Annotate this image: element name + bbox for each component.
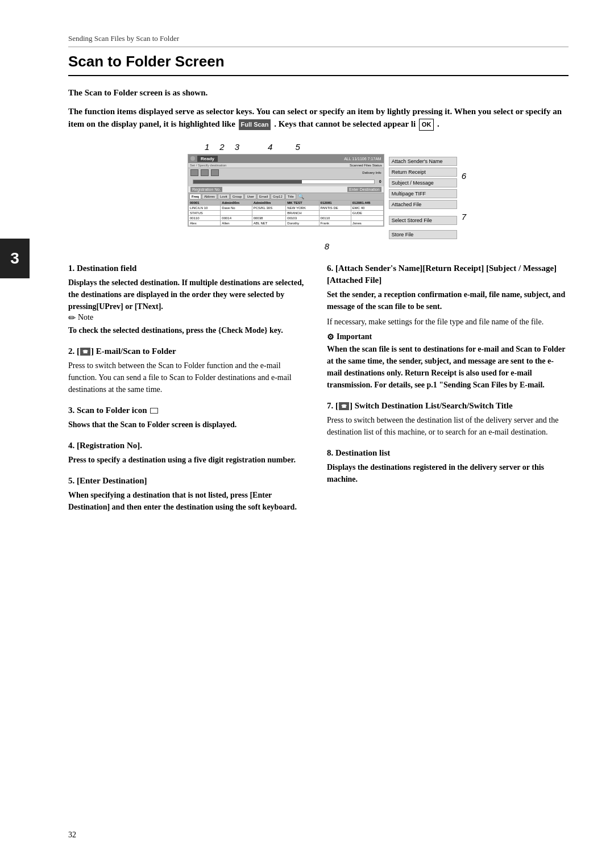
- item-5-title-text: [Enter Destination]: [77, 476, 147, 485]
- item-3-body: Shows that the Scan to Folder screen is …: [68, 419, 310, 431]
- item-2-title-text: E-mail/Scan to Folder: [96, 347, 176, 356]
- screen-time: ALL 11/1106 7:17AM: [344, 157, 381, 161]
- item-2-section: 2. [☎] E-mail/Scan to Folder Press to sw…: [68, 345, 310, 395]
- important-label-text: Important: [337, 332, 372, 341]
- tab-grp12[interactable]: Grp12: [271, 194, 285, 199]
- item-1-num: 1: [68, 264, 73, 273]
- tab-abbrev[interactable]: Abbrev: [202, 194, 217, 199]
- intro-line3-text: . Keys that cannot be selected appear li: [274, 119, 416, 128]
- item-4-title: 4. [Registration No].: [68, 440, 310, 452]
- dest-table-row-3: STATUS BRANCH GUDE: [189, 210, 384, 215]
- item-7-title: 7. [☎] Switch Destination List/Search/Sw…: [327, 400, 569, 412]
- chapter-tab: 3: [0, 239, 30, 278]
- screen-dest-hint: Set / Specify destination: [190, 164, 226, 167]
- section-title: Scan to Folder Screen: [68, 53, 569, 76]
- num-label-3: 3: [235, 142, 239, 152]
- panel-multipage-tiff: Multipage TIFF: [389, 189, 457, 198]
- intro-line1: The Scan to Folder screen is as shown.: [68, 86, 569, 99]
- highlight-fullscan: Full Scan: [239, 119, 271, 130]
- screen-icon-3: [211, 169, 219, 176]
- item-2-title: 2. [☎] E-mail/Scan to Folder: [68, 345, 310, 357]
- tab-email[interactable]: Email: [257, 194, 270, 199]
- breadcrumb: Sending Scan Files by Scan to Folder: [68, 34, 569, 47]
- item-8-section: 8. Destination list Displays the destina…: [327, 447, 569, 485]
- item-4-section: 4. [Registration No]. Press to specify a…: [68, 440, 310, 466]
- item-3-section: 3. Scan to Folder icon Shows that the Sc…: [68, 404, 310, 431]
- item-8-num: 8: [327, 448, 331, 457]
- item-6-important-label: ⚙ Important: [327, 332, 569, 342]
- dest-table-header: 00001 Admin00m Admin00m MK TEST 012081 0…: [189, 200, 384, 205]
- item-1-note-body: To check the selected destinations, pres…: [68, 324, 310, 336]
- item-2-icon: ☎: [80, 348, 90, 356]
- screen-mockup: Ready ALL 11/1106 7:17AM Set / Specify d…: [188, 154, 384, 227]
- screen-delivery-info: Delivery Info: [362, 171, 381, 174]
- content-columns: 1. Destination field Displays the select…: [68, 262, 569, 522]
- panel-store-file: Store File: [389, 230, 457, 239]
- screen-diagram: 1 2 3 4 5 Ready ALL 11/1106 7:17AM: [171, 142, 466, 251]
- item-3-title: 3. Scan to Folder icon: [68, 404, 310, 416]
- screen-status-label: Scanned Files Status: [350, 164, 382, 167]
- item-1-title-text: Destination field: [77, 264, 136, 273]
- panel-return-receipt: Return Receipt: [389, 168, 457, 177]
- item-7-body: Press to switch between the destination …: [327, 414, 569, 438]
- screen-progress-row: 0: [188, 177, 384, 186]
- tab-title[interactable]: Title: [285, 194, 296, 199]
- num-label-7: 7: [462, 212, 466, 222]
- dest-table-row-2: LINC/LN 10 Dave No PCS/KL 30S NEW YORK P…: [189, 205, 384, 210]
- item-6-num: 6: [327, 264, 331, 273]
- item-1-note-label: ✏ Note: [68, 312, 310, 323]
- page-container: 3 Sending Scan Files by Scan to Folder S…: [0, 0, 614, 868]
- screen-enter-btn: Enter Destination: [347, 187, 381, 192]
- col-left: 1. Destination field Displays the select…: [68, 262, 310, 522]
- screen-icon-1: [190, 169, 198, 176]
- intro-line2: The function items displayed serve as se…: [68, 105, 569, 131]
- panel-attached-file: Attached File: [389, 200, 457, 209]
- tab-lovit[interactable]: Lovit: [218, 194, 230, 199]
- item-1-section: 1. Destination field Displays the select…: [68, 262, 310, 336]
- screen-top-bar: Ready ALL 11/1106 7:17AM: [188, 155, 384, 163]
- folder-icon-small: [150, 408, 158, 414]
- screen-search-icon: 🔍: [298, 194, 304, 199]
- item-4-num: 4: [68, 441, 73, 450]
- tab-freq[interactable]: Freq: [189, 194, 201, 199]
- item-5-title: 5. [Enter Destination]: [68, 475, 310, 487]
- item-6-title: 6. [Attach Sender's Name][Return Receipt…: [327, 262, 569, 286]
- screen-zero: 0: [379, 180, 381, 183]
- screen-reg-btn: Registration No.: [190, 187, 222, 192]
- item-5-body: When specifying a destination that is no…: [68, 489, 310, 513]
- screen-right-panel: Attach Sender's Name Return Receipt Subj…: [389, 154, 457, 239]
- screen-progress-bar: [193, 180, 375, 184]
- item-6-extra: If necessary, make settings for the file…: [327, 316, 569, 328]
- item-8-title-text: Destination list: [335, 448, 390, 457]
- screen-icon-2: [201, 169, 209, 176]
- important-icon: ⚙: [327, 332, 334, 342]
- item-6-important-body: When the scan file is sent to destinatio…: [327, 343, 569, 391]
- item-1-body: Displays the selected destination. If mu…: [68, 277, 310, 312]
- num-label-5: 5: [295, 142, 300, 152]
- item-6-title-text: [Attach Sender's Name][Return Receipt] […: [327, 264, 557, 285]
- tab-user[interactable]: User: [244, 194, 256, 199]
- screen-dest-table: 00001 Admin00m Admin00m MK TEST 012081 0…: [188, 200, 384, 226]
- item-7-num: 7: [327, 401, 331, 410]
- item-1-title: 1. Destination field: [68, 262, 310, 274]
- item-6-body: Set the sender, a reception confirmation…: [327, 289, 569, 312]
- outline-ok: OK: [419, 119, 434, 131]
- num-label-6: 6: [462, 171, 466, 181]
- item-8-body: Displays the destinations registered in …: [327, 461, 569, 485]
- page-number: 32: [68, 831, 76, 840]
- item-8-title: 8. Destination list: [327, 447, 569, 459]
- item-5-num: 5: [68, 476, 73, 485]
- item-7-icon: ☎: [339, 402, 349, 410]
- top-num-labels: 1 2 3 4 5: [205, 142, 466, 152]
- diagram-row: Ready ALL 11/1106 7:17AM Set / Specify d…: [171, 154, 466, 239]
- num-label-4: 4: [268, 142, 272, 152]
- item-6-section: 6. [Attach Sender's Name][Return Receipt…: [327, 262, 569, 391]
- item-3-num: 3: [68, 406, 73, 415]
- col-right: 6. [Attach Sender's Name][Return Receipt…: [327, 262, 569, 522]
- chapter-number: 3: [10, 249, 19, 268]
- screen-tab-row: Freq Abbrev Lovit Group User Email Grp12…: [188, 193, 384, 200]
- num-label-2: 2: [219, 142, 224, 152]
- tab-group[interactable]: Group: [230, 194, 244, 199]
- note-label-text: Note: [78, 313, 93, 322]
- note-icon: ✏: [68, 312, 76, 323]
